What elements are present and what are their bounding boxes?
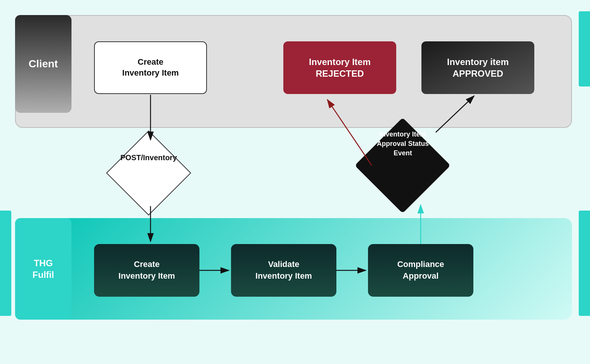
rejected-text: Inventory ItemREJECTED <box>309 56 371 79</box>
create-inventory-client-box: CreateInventory Item <box>94 41 207 94</box>
create-inventory-client-text: CreateInventory Item <box>122 57 179 78</box>
client-label-box: Client <box>15 15 71 113</box>
teal-accent-left <box>0 211 11 316</box>
thg-create-text: CreateInventory Item <box>119 259 175 282</box>
teal-accent-top-right <box>579 11 590 86</box>
thg-validate-text: ValidateInventory Item <box>255 259 312 282</box>
approved-text: Inventory itemAPPROVED <box>447 56 509 79</box>
client-label: Client <box>29 58 58 70</box>
diagram-container: Client CreateInventory Item Inventory It… <box>0 0 590 364</box>
thg-compliance-text: ComplianceApproval <box>397 259 444 282</box>
thg-create-box: CreateInventory Item <box>94 244 199 297</box>
thg-label: THGFulfil <box>32 257 54 281</box>
post-inventory-label: POST/Inventory <box>96 153 201 162</box>
event-diamond-text: Inventory ItemApproval StatusEvent <box>353 130 453 158</box>
post-inventory-diamond <box>106 130 191 215</box>
rejected-box: Inventory ItemREJECTED <box>283 41 396 94</box>
thg-validate-box: ValidateInventory Item <box>231 244 336 297</box>
approved-box: Inventory itemAPPROVED <box>421 41 534 94</box>
teal-accent-right <box>579 211 590 316</box>
thg-label-box: THGFulfil <box>15 218 71 320</box>
thg-compliance-box: ComplianceApproval <box>368 244 473 297</box>
